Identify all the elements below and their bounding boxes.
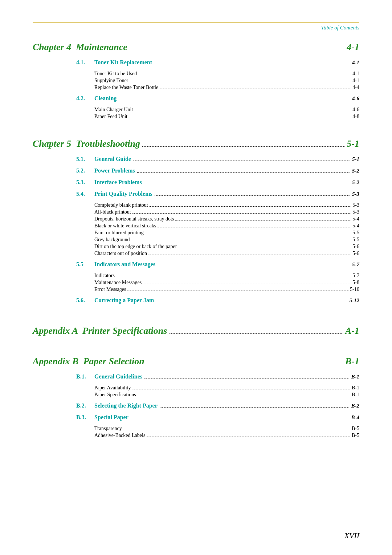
sub-page: 5-10: [350, 287, 359, 292]
sub-page: B-5: [352, 426, 359, 432]
sub-entry: Supplying Toner 4-1: [94, 78, 359, 84]
sub-entry: Indicators 5-7: [94, 273, 359, 279]
ch4-sections: 4.1. Toner Kit Replacement 4-1 Toner Kit…: [76, 59, 359, 119]
sub-page: 5-3: [352, 202, 359, 208]
sub-title: Toner Kit to be Used: [94, 71, 137, 77]
sub-entry: Adhesive-Backed Labels B-5: [94, 433, 359, 438]
section-5-6-title: Correcting a Paper Jam: [94, 297, 154, 304]
sub-entry: Error Messages 5-10: [94, 287, 359, 292]
sub-title: Adhesive-Backed Labels: [94, 433, 145, 438]
section-5-3-dots: [144, 184, 350, 184]
section-5-4-page: 5-3: [352, 191, 359, 197]
section-b-3: B.3. Special Paper B-4: [76, 414, 359, 421]
section-b-1-subsections: Paper Availability B-1 Paper Specificati…: [94, 385, 359, 398]
sub-dots: [127, 291, 348, 291]
section-5-6-page: 5-12: [350, 297, 360, 304]
sub-title: Characters out of position: [94, 251, 147, 256]
sub-entry: Toner Kit to be Used 4-1: [94, 71, 359, 77]
section-b-2-number: B.2.: [76, 402, 94, 409]
sub-title: Faint or blurred printing: [94, 230, 144, 236]
sub-title: Dirt on the top edge or back of the pape…: [94, 244, 177, 250]
section-b-2-title: Selecting the Right Paper: [94, 402, 158, 409]
sub-page: 4-1: [352, 71, 359, 77]
section-b-1-title: General Guidelines: [94, 373, 142, 380]
sub-title: Paper Availability: [94, 385, 131, 391]
appendix-b-page: B-1: [345, 356, 359, 367]
sub-dots: [143, 284, 351, 284]
sub-dots: [147, 437, 350, 437]
section-5-1-number: 5.1.: [76, 156, 94, 162]
sub-page: 5-6: [352, 244, 359, 250]
sub-entry: Dropouts, horizontal streaks, stray dots…: [94, 216, 359, 222]
section-5-4-subsections: Completely blank printout 5-3 All-black …: [94, 202, 359, 256]
sub-entry: Paper Specifications B-1: [94, 392, 359, 398]
section-b-2-page: B-2: [351, 403, 360, 409]
appendix-b-label: Appendix B Paper Selection: [33, 356, 144, 367]
section-b-3-title: Special Paper: [94, 414, 128, 421]
section-4-2-title: Cleaning: [94, 95, 117, 102]
sub-title: Replace the Waste Toner Bottle: [94, 85, 158, 90]
section-4-2: 4.2. Cleaning 4-6: [76, 95, 359, 102]
sub-dots: [129, 118, 351, 118]
sub-dots: [138, 75, 351, 75]
sub-dots: [158, 227, 351, 227]
appB-sections: B.1. General Guidelines B-1 Paper Availa…: [76, 373, 359, 438]
sub-title: Main Charger Unit: [94, 107, 133, 113]
appendix-b-heading: Appendix B Paper Selection B-1: [33, 356, 359, 367]
sub-page: 5-8: [352, 280, 359, 285]
appendix-b-dots: [147, 364, 343, 364]
sub-page: 5-4: [352, 223, 359, 229]
sub-title: Grey background: [94, 237, 130, 243]
section-5-6-dots: [156, 302, 347, 302]
sub-dots: [175, 220, 351, 220]
chapter-5-heading: Chapter 5 Troubleshooting 5-1: [33, 138, 359, 149]
section-4-2-dots: [119, 100, 350, 100]
section-b-2: B.2. Selecting the Right Paper B-2: [76, 402, 359, 409]
sub-page: 4-4: [352, 85, 359, 90]
section-b-1-page: B-1: [351, 374, 360, 380]
section-5-6: 5.6. Correcting a Paper Jam 5-12: [76, 297, 359, 304]
section-5-2: 5.2. Power Problems 5-2: [76, 167, 359, 174]
sub-page: 5-5: [352, 230, 359, 236]
header-rule: [33, 22, 359, 23]
sub-entry: Replace the Waste Toner Bottle 4-4: [94, 85, 359, 90]
section-5-2-title: Power Problems: [94, 167, 135, 174]
sub-dots: [145, 234, 351, 234]
sub-entry: Maintenance Messages 5-8: [94, 280, 359, 285]
sub-title: Maintenance Messages: [94, 280, 142, 285]
ch5-sections: 5.1. General Guide 5-1 5.2. Power Proble…: [76, 156, 359, 304]
sub-dots: [148, 255, 351, 255]
section-5-5-dots: [158, 266, 350, 266]
chapter-4-page: 4-1: [347, 42, 359, 53]
header-title: Table of Contents: [33, 25, 359, 31]
section-5-2-number: 5.2.: [76, 167, 94, 174]
sub-title: Black or white vertical streaks: [94, 223, 156, 229]
section-5-5-title: Indicators and Messages: [94, 261, 155, 268]
sub-dots: [150, 206, 351, 207]
sub-entry: Completely blank printout 5-3: [94, 202, 359, 208]
sub-dots: [178, 248, 351, 248]
chapter-5-dots: [142, 146, 344, 147]
chapter-5-page: 5-1: [347, 138, 359, 149]
section-b-1-dots: [144, 378, 349, 378]
sub-page: 4-1: [352, 78, 359, 84]
sub-page: 4-6: [352, 107, 359, 113]
section-b-2-dots: [160, 407, 349, 408]
sub-title: Dropouts, horizontal streaks, stray dots: [94, 216, 174, 222]
sub-page: 5-4: [352, 216, 359, 222]
sub-page: B-1: [352, 385, 359, 391]
sub-title: Transparency: [94, 426, 122, 432]
section-5-5: 5.5 Indicators and Messages 5-7: [76, 261, 359, 268]
chapter-4-dots: [130, 50, 345, 50]
sub-entry: Main Charger Unit 4-6: [94, 107, 359, 113]
sub-entry: Paper Feed Unit 4-8: [94, 114, 359, 119]
sub-page: 5-5: [352, 237, 359, 243]
appendix-a-dots: [169, 333, 343, 334]
page-number: XVII: [344, 531, 359, 540]
sub-title: Completely blank printout: [94, 202, 148, 208]
section-5-4: 5.4. Print Quality Problems 5-3: [76, 191, 359, 197]
appendix-a-label: Appendix A Printer Specifications: [33, 325, 167, 336]
sub-dots: [116, 277, 351, 277]
section-5-2-page: 5-2: [352, 168, 359, 174]
section-b-3-dots: [131, 419, 349, 419]
